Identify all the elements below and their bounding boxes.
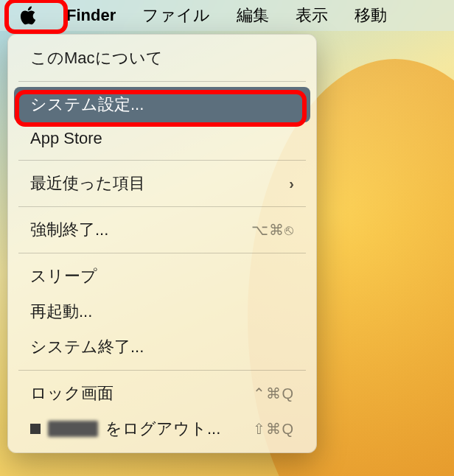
menubar-item-view[interactable]: 表示 (282, 0, 341, 31)
menubar: Finder ファイル 編集 表示 移動 (0, 0, 454, 31)
menu-label: をログアウト... (30, 418, 220, 440)
menu-item-restart[interactable]: 再起動... (14, 294, 310, 329)
menu-item-logout[interactable]: をログアウト... ⇧⌘Q (14, 411, 310, 447)
menu-label: 最近使った項目 (30, 172, 145, 195)
menu-separator (18, 370, 306, 371)
apple-logo-icon (19, 5, 37, 26)
apple-menu-button[interactable] (3, 0, 53, 31)
menu-item-lock-screen[interactable]: ロック画面 ⌃⌘Q (14, 376, 310, 411)
menu-label: 再起動... (30, 301, 92, 323)
menu-shortcut: ⌥⌘⎋ (251, 221, 294, 239)
menu-separator (18, 81, 306, 82)
menubar-app-name[interactable]: Finder (53, 0, 129, 31)
menu-label: App Store (30, 129, 102, 148)
menubar-item-edit[interactable]: 編集 (223, 0, 282, 31)
menu-label: 強制終了... (30, 219, 108, 241)
menu-separator (18, 206, 306, 207)
menubar-item-go[interactable]: 移動 (341, 0, 400, 31)
menu-item-recent-items[interactable]: 最近使った項目 › (14, 166, 310, 201)
menu-shortcut: ⌃⌘Q (253, 385, 294, 402)
menu-label: システム終了... (30, 336, 144, 358)
menubar-item-file[interactable]: ファイル (129, 0, 223, 31)
menu-item-force-quit[interactable]: 強制終了... ⌥⌘⎋ (14, 212, 310, 248)
chevron-right-icon: › (289, 175, 294, 192)
menu-separator (18, 160, 306, 161)
redacted-username (48, 421, 98, 437)
menu-label: ロック画面 (30, 382, 114, 405)
menu-label: このMacについて (30, 47, 163, 69)
menu-item-about-mac[interactable]: このMacについて (14, 41, 310, 76)
menu-item-system-settings[interactable]: システム設定... (14, 87, 310, 122)
menu-shortcut: ⇧⌘Q (253, 420, 294, 438)
user-avatar-icon (30, 424, 41, 434)
menu-item-sleep[interactable]: スリープ (14, 259, 310, 294)
menu-item-app-store[interactable]: App Store (14, 122, 310, 155)
logout-suffix: をログアウト... (105, 418, 220, 440)
apple-menu-dropdown: このMacについて システム設定... App Store 最近使った項目 › … (7, 34, 317, 453)
menu-label: スリープ (30, 265, 97, 287)
menu-item-shutdown[interactable]: システム終了... (14, 329, 310, 365)
menu-label: システム設定... (30, 94, 144, 116)
menu-separator (18, 253, 306, 253)
